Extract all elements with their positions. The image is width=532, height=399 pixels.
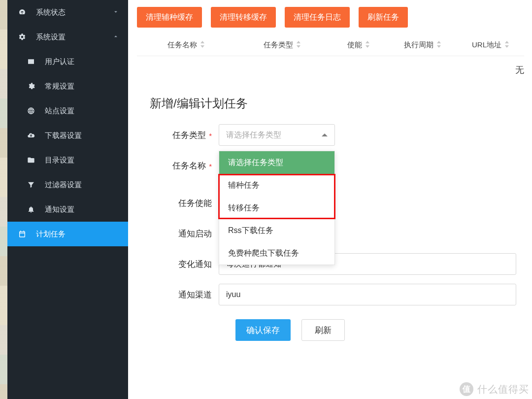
select-placeholder: 请选择任务类型 [226, 130, 281, 140]
row-change-notify: 变化通知 [150, 253, 524, 275]
sidebar-label: 计划任务 [36, 230, 66, 239]
sidebar-item-user-auth[interactable]: 用户认证 [16, 49, 128, 74]
globe-icon [27, 107, 38, 115]
label-task-type: 任务类型* [150, 130, 219, 141]
sort-icon [504, 41, 509, 49]
caret-up-icon [322, 131, 328, 136]
gear-icon [27, 82, 38, 90]
folder-icon [27, 156, 38, 164]
form-panel: 新增/编辑计划任务 任务类型* 请选择任务类型 请选择任务类型 辅种任务 转移任… [137, 96, 524, 341]
watermark: 值 什么值得买 [460, 382, 529, 396]
sidebar-item-system-settings[interactable]: 系统设置 [7, 25, 128, 49]
dropdown-header[interactable]: 请选择任务类型 [219, 151, 334, 174]
sort-icon [296, 41, 301, 49]
table-empty: 无 [137, 56, 524, 84]
row-task-enable: 任务使能 [150, 192, 524, 214]
channel-input[interactable] [219, 284, 516, 305]
sidebar-item-notify[interactable]: 通知设置 [16, 197, 128, 222]
row-task-type: 任务类型* 请选择任务类型 请选择任务类型 辅种任务 转移任务 Rss下载任务 … [150, 124, 524, 146]
cloud-download-icon [27, 132, 38, 139]
sidebar-label: 通知设置 [45, 205, 74, 214]
filter-icon [27, 181, 38, 189]
row-task-name: 任务名称* [150, 155, 524, 176]
label-channel: 通知渠道 [150, 289, 219, 300]
calendar-icon [18, 230, 29, 238]
sort-icon [200, 41, 205, 49]
sort-icon [436, 41, 441, 49]
dropdown-option-seed[interactable]: 辅种任务 [219, 174, 334, 197]
task-type-select[interactable]: 请选择任务类型 [219, 124, 335, 146]
col-task-name[interactable]: 任务名称 [137, 40, 235, 50]
dropdown-option-rss[interactable]: Rss下载任务 [219, 219, 334, 242]
dropdown-option-freeleech[interactable]: 免费种爬虫下载任务 [219, 242, 334, 265]
clear-transfer-cache-button[interactable]: 清理转移缓存 [211, 7, 276, 28]
sidebar-item-filter[interactable]: 过滤器设置 [16, 172, 128, 197]
sidebar-label: 站点设置 [45, 106, 74, 116]
col-enable[interactable]: 使能 [329, 40, 388, 50]
task-type-dropdown: 请选择任务类型 辅种任务 转移任务 Rss下载任务 免费种爬虫下载任务 [219, 151, 335, 265]
sidebar-item-system-status[interactable]: 系统状态 [7, 0, 128, 25]
sidebar-label: 系统状态 [36, 8, 66, 17]
clear-seed-cache-button[interactable]: 清理辅种缓存 [137, 7, 202, 28]
col-task-type[interactable]: 任务类型 [235, 40, 329, 50]
label-change-notify: 变化通知 [150, 259, 219, 270]
form-title: 新增/编辑计划任务 [150, 96, 524, 111]
sidebar-item-downloader[interactable]: 下载器设置 [16, 123, 128, 148]
col-url[interactable]: URL地址 [457, 40, 524, 50]
sidebar-item-site[interactable]: 站点设置 [16, 99, 128, 123]
col-period[interactable]: 执行周期 [388, 40, 457, 50]
form-actions: 确认保存 刷新 [150, 319, 524, 341]
label-task-enable: 任务使能 [150, 198, 219, 209]
row-notify-on: 通知启动 [150, 223, 524, 244]
sort-icon [365, 41, 370, 49]
label-task-name: 任务名称* [150, 160, 219, 171]
sidebar-label: 系统设置 [36, 33, 66, 42]
table-header: 任务名称 任务类型 使能 执行周期 URL地址 [137, 34, 524, 56]
sidebar-label: 目录设置 [45, 156, 74, 165]
row-channel: 通知渠道 [150, 284, 524, 305]
bell-icon [27, 205, 38, 213]
sidebar-label: 过滤器设置 [45, 180, 82, 190]
watermark-logo: 值 [460, 382, 473, 396]
sidebar-item-schedule[interactable]: 计划任务 [7, 222, 128, 246]
chevron-down-icon [112, 8, 119, 17]
sidebar-submenu: 用户认证 常规设置 站点设置 下载器设置 目录设置 过滤器设置 通知设置 计划 [7, 49, 128, 246]
gears-icon [18, 33, 29, 41]
sidebar-label: 常规设置 [45, 82, 74, 91]
save-button[interactable]: 确认保存 [235, 319, 291, 341]
chevron-up-icon [112, 33, 119, 41]
dropdown-option-transfer[interactable]: 转移任务 [219, 197, 334, 219]
background-stripe [0, 0, 7, 399]
toolbar: 清理辅种缓存 清理转移缓存 清理任务日志 刷新任务 [137, 7, 524, 28]
sidebar-item-general[interactable]: 常规设置 [16, 74, 128, 99]
id-card-icon [27, 58, 38, 66]
dashboard-icon [18, 8, 29, 16]
sidebar-label: 用户认证 [45, 57, 74, 66]
label-notify-on: 通知启动 [150, 228, 219, 239]
refresh-button[interactable]: 刷新 [301, 319, 345, 341]
main-panel: 清理辅种缓存 清理转移缓存 清理任务日志 刷新任务 任务名称 任务类型 使能 执… [128, 0, 532, 399]
sidebar-label: 下载器设置 [45, 131, 82, 140]
refresh-tasks-button[interactable]: 刷新任务 [359, 7, 408, 28]
watermark-text: 什么值得买 [477, 383, 529, 396]
clear-task-log-button[interactable]: 清理任务日志 [285, 7, 350, 28]
sidebar-item-directory[interactable]: 目录设置 [16, 148, 128, 172]
sidebar: 系统状态 系统设置 用户认证 常规设置 站点设置 下载器设置 [7, 0, 128, 399]
